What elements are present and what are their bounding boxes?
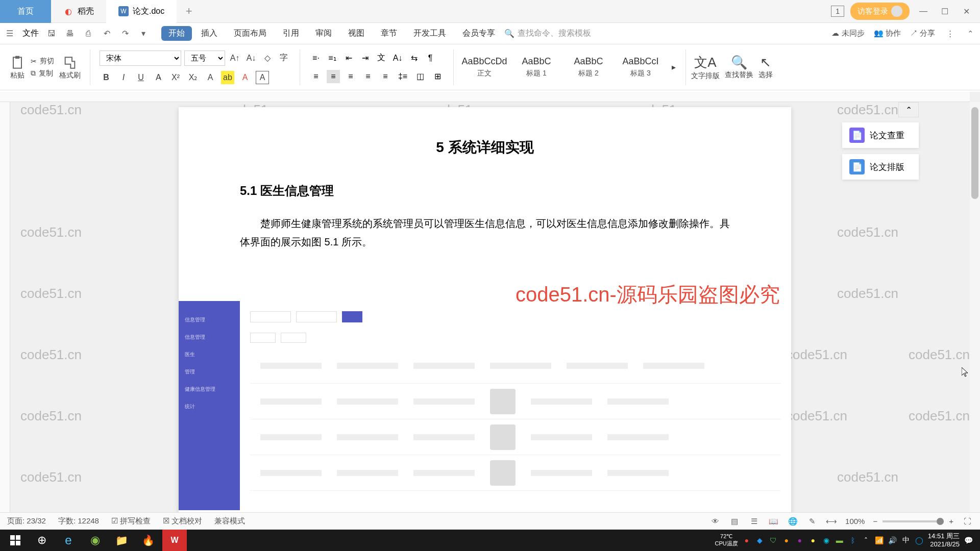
tray-icon[interactable]: ● <box>742 536 751 545</box>
panel-toggle-button[interactable]: ⌃ <box>898 102 919 117</box>
align-left-button[interactable]: ≡ <box>309 70 323 83</box>
style-heading2[interactable]: AaBbC标题 2 <box>563 49 614 85</box>
more-icon[interactable]: ⋮ <box>944 28 955 39</box>
horizontal-ruler[interactable] <box>0 92 970 102</box>
grow-font-icon[interactable]: A↑ <box>228 52 241 65</box>
style-heading3[interactable]: AaBbCcI标题 3 <box>615 49 666 85</box>
undo-icon[interactable]: ↶ <box>101 28 112 39</box>
slider-track[interactable] <box>883 520 944 522</box>
bullets-button[interactable]: ≡· <box>309 52 323 65</box>
font-color-button[interactable]: A <box>238 71 252 84</box>
tray-icon[interactable]: ● <box>782 536 791 545</box>
word-count[interactable]: 字数: 12248 <box>58 516 99 526</box>
redo-icon[interactable]: ↷ <box>119 28 131 39</box>
tab-docker[interactable]: ◐ 稻壳 <box>51 0 106 23</box>
fit-width-icon[interactable]: ⟷ <box>826 516 837 527</box>
cut-button[interactable]: ✂剪切 <box>31 57 54 66</box>
outline-view-icon[interactable]: ☰ <box>748 516 760 527</box>
sync-status[interactable]: ☁ 未同步 <box>831 29 864 38</box>
subscript-button[interactable]: X₂ <box>186 71 200 84</box>
shrink-font-icon[interactable]: A↓ <box>244 52 258 65</box>
style-heading1[interactable]: AaBbC标题 1 <box>511 49 562 85</box>
align-justify-button[interactable]: ≡ <box>361 70 375 83</box>
paste-button[interactable]: 粘贴 <box>9 55 26 80</box>
menu-vip[interactable]: 会员专享 <box>455 26 502 41</box>
bold-button[interactable]: B <box>100 71 113 84</box>
spell-check-toggle[interactable]: ☑ 拼写检查 <box>111 516 151 526</box>
tray-icon[interactable]: 🛡 <box>769 536 778 545</box>
zoom-in-button[interactable]: + <box>949 517 953 525</box>
italic-button[interactable]: I <box>117 71 130 84</box>
menu-references[interactable]: 引用 <box>276 26 306 41</box>
print-preview-icon[interactable]: ⎙ <box>83 28 94 39</box>
highlight-button[interactable]: ab <box>221 71 234 84</box>
tab-button[interactable]: ⇆ <box>407 52 421 65</box>
tray-circle-icon[interactable]: ◯ <box>915 536 924 545</box>
reading-view-icon[interactable]: 📖 <box>768 516 779 527</box>
text-effect-button[interactable]: A <box>204 71 217 84</box>
eye-care-icon[interactable]: 👁 <box>709 516 721 527</box>
styles-more-button[interactable]: ▸ <box>667 61 680 74</box>
vertical-scrollbar[interactable] <box>970 102 980 530</box>
ime-icon[interactable]: 中 <box>901 536 911 545</box>
start-button[interactable] <box>3 530 28 551</box>
tray-icon[interactable]: ▬ <box>835 536 844 545</box>
menu-start[interactable]: 开始 <box>161 26 192 41</box>
menu-review[interactable]: 审阅 <box>308 26 339 41</box>
scrollbar-thumb[interactable] <box>971 107 978 199</box>
tab-home[interactable]: 首页 <box>0 0 51 23</box>
wifi-icon[interactable]: 📶 <box>875 536 884 545</box>
window-count-badge[interactable]: 1 <box>831 6 844 17</box>
save-icon[interactable]: 🖫 <box>46 28 57 39</box>
shading-button[interactable]: ◫ <box>413 70 427 83</box>
superscript-button[interactable]: X² <box>169 71 182 84</box>
phonetic-icon[interactable]: 字 <box>277 52 290 65</box>
align-right-button[interactable]: ≡ <box>344 70 357 83</box>
zoom-level[interactable]: 100% <box>845 517 865 525</box>
bluetooth-icon[interactable]: ᛒ <box>848 536 857 545</box>
proofread-toggle[interactable]: ☒ 文档校对 <box>163 516 202 526</box>
zoom-slider[interactable]: − + <box>873 517 953 525</box>
markup-icon[interactable]: ✎ <box>806 516 818 527</box>
align-center-button[interactable]: ≡ <box>327 70 340 83</box>
sort-button[interactable]: A↓ <box>391 52 404 65</box>
web-view-icon[interactable]: 🌐 <box>787 516 798 527</box>
decrease-indent-button[interactable]: ⇤ <box>342 52 355 65</box>
style-normal[interactable]: AaBbCcDd正文 <box>459 49 510 85</box>
collab-button[interactable]: 👥 协作 <box>874 29 901 38</box>
menu-devtools[interactable]: 开发工具 <box>406 26 453 41</box>
task-explorer-icon[interactable]: 📁 <box>109 530 134 551</box>
asian-layout-button[interactable]: 文 <box>375 52 388 65</box>
menu-insert[interactable]: 插入 <box>194 26 225 41</box>
file-menu[interactable]: 文件 <box>22 28 39 39</box>
slider-knob[interactable] <box>937 518 944 525</box>
borders-button[interactable]: ⊞ <box>431 70 444 83</box>
font-size-select[interactable]: 五号 <box>184 51 225 66</box>
notifications-icon[interactable]: 💬 <box>964 536 973 545</box>
print-icon[interactable]: 🖶 <box>64 28 76 39</box>
volume-icon[interactable]: 🔊 <box>888 536 897 545</box>
font-name-select[interactable]: 宋体 <box>100 51 181 66</box>
menu-view[interactable]: 视图 <box>341 26 372 41</box>
format-painter-button[interactable]: 格式刷 <box>59 55 81 80</box>
text-layout-button[interactable]: 文A 文字排版 <box>691 54 720 81</box>
show-marks-button[interactable]: ¶ <box>424 52 437 65</box>
share-button[interactable]: ↗ 分享 <box>910 29 935 38</box>
find-replace-button[interactable]: 🔍 查找替换 <box>725 55 753 80</box>
task-wps-icon[interactable]: W <box>162 530 187 551</box>
command-search[interactable]: 🔍 查找命令、搜索模板 <box>504 28 591 39</box>
tray-icon[interactable]: ◆ <box>755 536 765 545</box>
vertical-ruler[interactable] <box>0 102 10 530</box>
dropdown-icon[interactable]: ▾ <box>138 28 149 39</box>
tray-icon[interactable]: ● <box>808 536 818 545</box>
menu-page-layout[interactable]: 页面布局 <box>227 26 274 41</box>
tab-document[interactable]: W 论文.doc <box>106 0 177 23</box>
page-indicator[interactable]: 页面: 23/32 <box>7 516 46 526</box>
select-button[interactable]: ↖ 选择 <box>758 55 773 80</box>
plagiarism-check-button[interactable]: 📄 论文查重 <box>842 122 919 148</box>
clock[interactable]: 14:51 周三 2021/8/25 <box>928 532 960 548</box>
task-ie-icon[interactable]: e <box>56 530 81 551</box>
guest-login-button[interactable]: 访客登录 <box>850 3 910 20</box>
collapse-ribbon-icon[interactable]: ⌃ <box>965 28 976 39</box>
tray-icon[interactable]: ● <box>795 536 804 545</box>
